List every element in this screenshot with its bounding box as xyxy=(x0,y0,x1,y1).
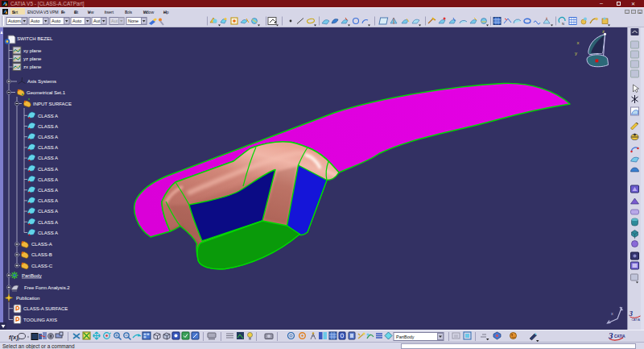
svg-text:3: 3 xyxy=(608,330,613,340)
svg-text:CATIA: CATIA xyxy=(632,318,641,322)
svg-text:Auto: Auto xyxy=(52,19,60,23)
svg-text:CATIA: CATIA xyxy=(614,334,625,339)
svg-text:CLASS A: CLASS A xyxy=(38,124,58,129)
svg-text:SWITCH BEZEL: SWITCH BEZEL xyxy=(17,36,53,41)
svg-text:CLASS A: CLASS A xyxy=(38,114,58,118)
svg-text:PartBody: PartBody xyxy=(22,273,42,278)
svg-text:CLASS-A SURFACE: CLASS-A SURFACE xyxy=(23,306,68,311)
svg-text:CLASS A: CLASS A xyxy=(38,167,58,172)
svg-text:Auto: Auto xyxy=(72,19,81,23)
svg-text:None: None xyxy=(128,19,138,23)
svg-text:Publication: Publication xyxy=(16,296,39,301)
svg-text:Autom.: Autom. xyxy=(8,19,23,23)
svg-text:Aut: Aut xyxy=(111,19,118,23)
svg-text:y: y xyxy=(575,51,577,56)
svg-text:INPUT SURFACE: INPUT SURFACE xyxy=(33,102,72,106)
svg-text:Free Form Analysis.2: Free Form Analysis.2 xyxy=(24,285,70,290)
svg-text:Axis Systems: Axis Systems xyxy=(27,79,56,84)
svg-text:x: x xyxy=(577,40,580,45)
svg-text:Aut: Aut xyxy=(93,19,101,23)
svg-text:PartBody: PartBody xyxy=(396,334,415,339)
svg-text:Auto: Auto xyxy=(31,19,39,23)
svg-text:CLASS A: CLASS A xyxy=(38,145,58,150)
svg-text:CLASS A: CLASS A xyxy=(38,231,58,235)
svg-text:TOOLING AXIS: TOOLING AXIS xyxy=(23,318,57,322)
svg-text:3: 3 xyxy=(629,310,634,318)
svg-text:CLASS A: CLASS A xyxy=(38,177,58,182)
svg-text:CLASS-B: CLASS-B xyxy=(31,252,52,257)
svg-text:z: z xyxy=(602,29,605,34)
svg-text:x: x xyxy=(611,311,613,316)
svg-text:CLASS A: CLASS A xyxy=(38,156,58,160)
svg-text:f(x): f(x) xyxy=(9,334,19,341)
svg-text:yz plane: yz plane xyxy=(23,56,42,61)
svg-text:CLASS A: CLASS A xyxy=(38,188,58,193)
svg-text:xy plane: xy plane xyxy=(23,48,42,53)
svg-text:CLASS-A: CLASS-A xyxy=(31,242,52,247)
svg-text:N: N xyxy=(562,22,564,26)
svg-text:CLASS A: CLASS A xyxy=(38,198,58,203)
svg-text:CLASS-C: CLASS-C xyxy=(31,264,53,268)
svg-text:CLASS A: CLASS A xyxy=(38,209,58,214)
svg-text:CLASS A: CLASS A xyxy=(38,135,58,139)
svg-text:Geometrical Set.1: Geometrical Set.1 xyxy=(27,90,66,95)
svg-text:zx plane: zx plane xyxy=(23,64,42,69)
svg-text:CLASS A: CLASS A xyxy=(38,220,58,225)
